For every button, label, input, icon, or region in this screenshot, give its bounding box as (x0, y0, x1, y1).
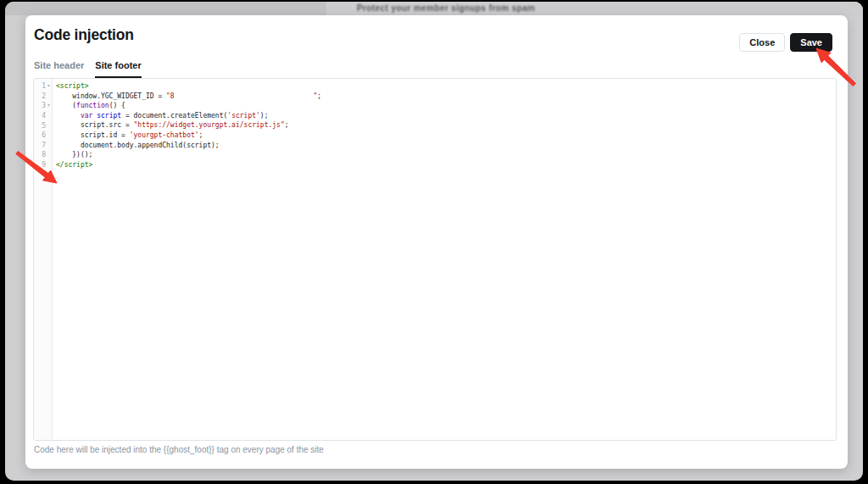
tabs: Site header Site footer (34, 60, 142, 78)
line-number: 5 (34, 120, 53, 131)
editor-footer-note: Code here will be injected into the {{gh… (34, 445, 324, 454)
line-number: 2 (34, 92, 53, 102)
code-line[interactable]: 6 script.id = 'yourgpt-chatbot'; (34, 131, 836, 141)
line-number: 1▾ (34, 81, 53, 92)
tab-site-header[interactable]: Site header (34, 60, 84, 78)
code-text[interactable]: (function() { (53, 101, 125, 111)
tab-site-footer[interactable]: Site footer (95, 60, 141, 78)
code-text[interactable]: script.id = 'yourgpt-chatbot'; (53, 131, 203, 141)
code-text[interactable]: window.YGC_WIDGET_ID = "8 "; (53, 92, 321, 102)
code-line[interactable]: 9</script> (34, 160, 836, 170)
line-number: 6 (34, 131, 53, 141)
code-line[interactable]: 4 var script = document.createElement('s… (34, 111, 836, 121)
code-editor[interactable]: 1▾<script>2 window.YGC_WIDGET_ID = "8 ";… (33, 78, 837, 441)
dimmed-top-strip: Protect your member signups from spam (5, 2, 863, 15)
line-number: 9 (34, 160, 53, 170)
fold-arrow-icon[interactable]: ▾ (46, 101, 52, 111)
line-number: 3▾ (34, 101, 53, 111)
code-text[interactable]: document.body.appendChild(script); (53, 141, 220, 151)
code-line[interactable]: 3▾ (function() { (34, 101, 836, 111)
screen: Protect your member signups from spam Co… (0, 0, 868, 484)
code-text[interactable]: var script = document.createElement('scr… (53, 111, 269, 121)
code-line[interactable]: 1▾<script> (34, 81, 836, 92)
page-title: Code injection (34, 26, 134, 44)
dimmed-setting-text: Protect your member signups from spam (357, 3, 535, 13)
line-number: 8 (34, 150, 53, 160)
line-number: 7 (34, 141, 53, 151)
code-text[interactable]: </script> (53, 160, 92, 170)
code-text[interactable]: <script> (53, 81, 89, 92)
code-text[interactable]: script.src = "https://widget.yourgpt.ai/… (53, 120, 289, 131)
code-line[interactable]: 2 window.YGC_WIDGET_ID = "8 "; (34, 92, 836, 102)
line-number: 4 (34, 111, 53, 121)
header-actions: Close Save (739, 33, 832, 52)
code-text[interactable]: })(); (53, 150, 92, 160)
code-lines: 1▾<script>2 window.YGC_WIDGET_ID = "8 ";… (34, 79, 836, 170)
code-injection-modal: Code injection Close Save Site header Si… (25, 15, 848, 469)
close-button[interactable]: Close (739, 33, 785, 52)
save-button[interactable]: Save (790, 33, 832, 52)
code-line[interactable]: 8 })(); (34, 150, 836, 160)
fold-arrow-icon[interactable]: ▾ (46, 81, 52, 92)
code-line[interactable]: 7 document.body.appendChild(script); (34, 141, 836, 151)
code-line[interactable]: 5 script.src = "https://widget.yourgpt.a… (34, 120, 836, 131)
